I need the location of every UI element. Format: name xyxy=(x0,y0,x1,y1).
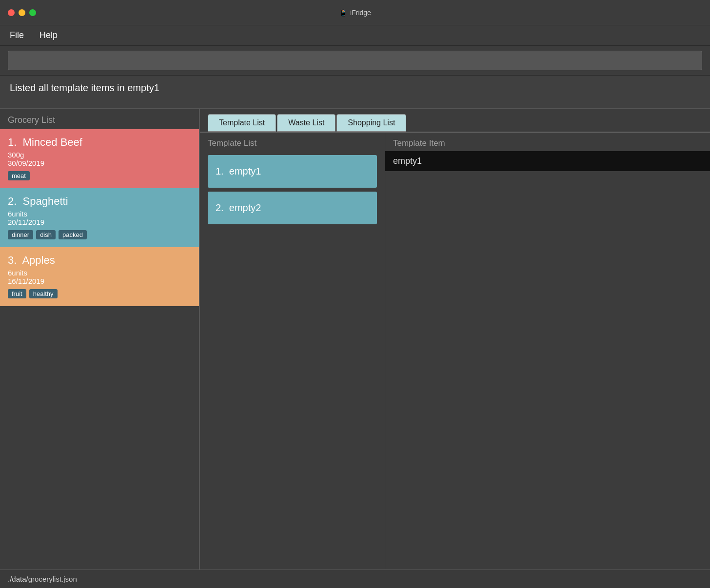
menubar: File Help xyxy=(0,25,710,46)
template-list-panel: Template List 1. empty1 2. empty2 xyxy=(200,133,385,569)
status-output: Listed all template items in empty1 xyxy=(0,76,710,109)
grocery-item[interactable]: 3. Apples 6units 16/11/2019 fruit health… xyxy=(0,247,199,306)
item-name: 2. Spaghetti xyxy=(8,195,191,208)
item-tags: meat xyxy=(8,171,191,180)
file-menu[interactable]: File xyxy=(7,28,27,42)
minimize-button[interactable] xyxy=(19,9,25,16)
close-button[interactable] xyxy=(8,9,15,16)
template-item-label: 2. empty2 xyxy=(216,202,369,214)
maximize-button[interactable] xyxy=(29,9,36,16)
item-name: 3. Apples xyxy=(8,254,191,267)
tabs-bar: Template List Waste List Shopping List xyxy=(200,109,710,132)
item-quantity: 300g xyxy=(8,151,191,159)
grocery-panel-header: Grocery List xyxy=(0,109,199,129)
tag: meat xyxy=(8,171,30,180)
grocery-item[interactable]: 1. Minced Beef 300g 30/09/2019 meat xyxy=(0,129,199,188)
tag: healthy xyxy=(29,289,58,298)
item-tags: fruit healthy xyxy=(8,289,191,298)
template-item-detail-panel: Template Item empty1 xyxy=(385,133,710,569)
tag: packed xyxy=(59,230,87,239)
tag: fruit xyxy=(8,289,26,298)
searchbar xyxy=(0,46,710,76)
tag: dinner xyxy=(8,230,33,239)
template-item-panel-header: Template Item xyxy=(385,138,710,151)
tab-template-list[interactable]: Template List xyxy=(208,114,276,132)
window-title: 📱 iFridge xyxy=(339,9,371,17)
grocery-panel: Grocery List 1. Minced Beef 300g 30/09/2… xyxy=(0,109,200,569)
tab-shopping-list[interactable]: Shopping List xyxy=(336,114,406,132)
item-date: 30/09/2019 xyxy=(8,159,191,167)
fridge-icon: 📱 xyxy=(339,9,347,17)
help-menu[interactable]: Help xyxy=(37,28,60,42)
grocery-item[interactable]: 2. Spaghetti 6units 20/11/2019 dinner di… xyxy=(0,188,199,247)
status-footer: ./data/grocerylist.json xyxy=(0,569,710,588)
selected-template-item: empty1 xyxy=(385,151,710,171)
item-quantity: 6units xyxy=(8,269,191,277)
item-quantity: 6units xyxy=(8,210,191,218)
item-tags: dinner dish packed xyxy=(8,230,191,239)
main-content: Grocery List 1. Minced Beef 300g 30/09/2… xyxy=(0,109,710,569)
search-input[interactable] xyxy=(8,51,702,70)
template-list-item[interactable]: 2. empty2 xyxy=(208,192,377,224)
right-panel: Template List Waste List Shopping List T… xyxy=(200,109,710,569)
panels-row: Template List 1. empty1 2. empty2 xyxy=(200,132,710,569)
titlebar: 📱 iFridge xyxy=(0,0,710,25)
grocery-list: 1. Minced Beef 300g 30/09/2019 meat 2. S… xyxy=(0,129,199,569)
status-message: Listed all template items in empty1 xyxy=(10,82,700,94)
template-list-header: Template List xyxy=(200,138,385,153)
template-list-items: 1. empty1 2. empty2 xyxy=(200,153,385,569)
item-name: 1. Minced Beef xyxy=(8,136,191,149)
template-item-label: 1. empty1 xyxy=(216,166,369,177)
file-path: ./data/grocerylist.json xyxy=(8,575,702,583)
template-list-item[interactable]: 1. empty1 xyxy=(208,155,377,188)
tab-waste-list[interactable]: Waste List xyxy=(277,114,335,132)
tag: dish xyxy=(36,230,56,239)
item-date: 16/11/2019 xyxy=(8,277,191,285)
item-date: 20/11/2019 xyxy=(8,218,191,226)
window-controls xyxy=(8,9,36,16)
